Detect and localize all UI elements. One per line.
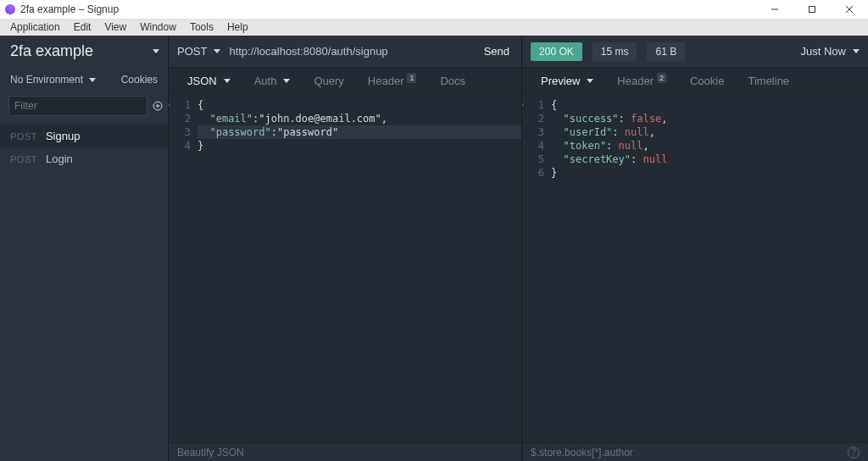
- header-count-badge: 1: [407, 73, 416, 83]
- method-dropdown[interactable]: POST: [177, 45, 220, 58]
- response-panel: 200 OK 15 ms 61 B Just Now Preview Heade…: [521, 36, 868, 461]
- request-item-login[interactable]: POST Login: [0, 147, 168, 170]
- request-body-editor[interactable]: 1234 { "email":"john.doe@email.com", "pa…: [169, 95, 521, 442]
- window-title: 2fa example – Signup: [20, 3, 756, 15]
- chevron-down-icon: [224, 79, 231, 83]
- help-icon[interactable]: ?: [848, 447, 860, 458]
- tab-auth[interactable]: Auth: [244, 71, 301, 91]
- window-titlebar: 2fa example – Signup: [0, 0, 868, 19]
- header-count-badge: 2: [657, 73, 666, 83]
- workspace-name: 2fa example: [10, 42, 93, 60]
- menubar: Application Edit View Window Tools Help: [0, 19, 868, 36]
- request-name: Login: [46, 153, 73, 165]
- window-maximize-button[interactable]: [793, 0, 831, 19]
- chevron-down-icon: [853, 49, 860, 53]
- chevron-down-icon: [283, 79, 290, 83]
- tab-body-json[interactable]: JSON: [177, 71, 241, 91]
- tab-query[interactable]: Query: [303, 71, 353, 91]
- beautify-json-button[interactable]: Beautify JSON: [177, 447, 244, 458]
- response-size: 61 B: [647, 42, 685, 61]
- sidebar: 2fa example No Environment Cookies POST …: [0, 36, 168, 461]
- menu-edit[interactable]: Edit: [67, 21, 98, 33]
- response-time: 15 ms: [593, 42, 637, 61]
- menu-window[interactable]: Window: [133, 21, 183, 33]
- plus-circle-icon: [153, 101, 163, 111]
- chevron-down-icon: [214, 49, 220, 53]
- send-button[interactable]: Send: [484, 45, 509, 58]
- request-method: POST: [10, 154, 37, 164]
- window-minimize-button[interactable]: [756, 0, 793, 19]
- cookies-link[interactable]: Cookies: [121, 74, 158, 86]
- response-body-viewer[interactable]: 123456 { "success": false, "userId": nul…: [522, 95, 868, 442]
- environment-selector[interactable]: No Environment: [10, 74, 96, 86]
- tab-response-header[interactable]: Header 2: [607, 71, 676, 91]
- tab-preview[interactable]: Preview: [531, 71, 604, 91]
- tab-docs[interactable]: Docs: [430, 71, 476, 91]
- request-panel: POST http://localhost:8080/auth/signup S…: [168, 36, 521, 461]
- window-close-button[interactable]: [831, 0, 868, 19]
- url-input[interactable]: http://localhost:8080/auth/signup: [229, 45, 475, 58]
- jsonpath-input[interactable]: $.store.books[*].author: [531, 447, 633, 458]
- menu-help[interactable]: Help: [220, 21, 255, 33]
- app-icon: [5, 4, 15, 14]
- svg-rect-1: [810, 7, 815, 13]
- tab-timeline[interactable]: Timeline: [737, 71, 799, 91]
- request-item-signup[interactable]: POST Signup: [0, 125, 168, 147]
- filter-input[interactable]: [8, 96, 147, 116]
- menu-tools[interactable]: Tools: [183, 21, 220, 33]
- chevron-down-icon: [153, 49, 159, 53]
- chevron-down-icon: [89, 78, 96, 82]
- tab-header[interactable]: Header 1: [358, 71, 427, 91]
- request-name: Signup: [46, 130, 80, 142]
- chevron-down-icon: [587, 79, 593, 83]
- tab-cookie[interactable]: Cookie: [680, 71, 734, 91]
- menu-view[interactable]: View: [97, 21, 133, 33]
- history-dropdown[interactable]: Just Now: [801, 45, 860, 58]
- request-method: POST: [10, 131, 37, 142]
- workspace-switcher[interactable]: 2fa example: [0, 36, 168, 69]
- status-badge: 200 OK: [531, 42, 582, 61]
- menu-application[interactable]: Application: [3, 21, 67, 33]
